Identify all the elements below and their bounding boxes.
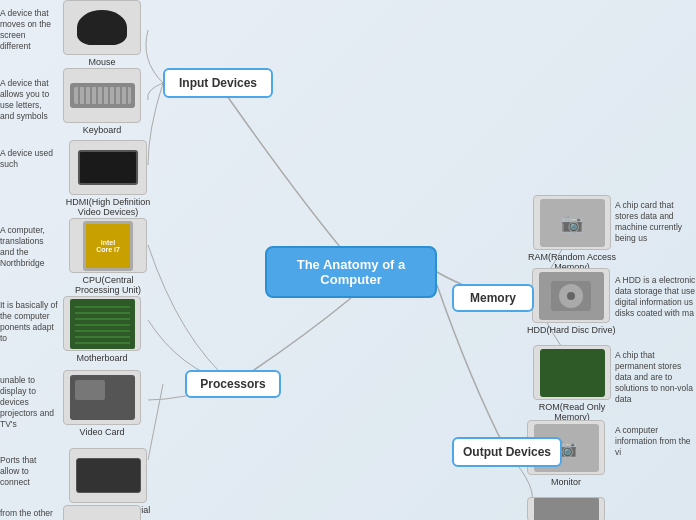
keyboard-card: Keyboard (63, 68, 141, 135)
mouse-label: Mouse (88, 57, 115, 67)
bottom-item-image (63, 505, 141, 520)
motherboard-card: Motherboard (63, 296, 141, 363)
processors-label: Processors (200, 377, 265, 391)
usb-image (69, 448, 147, 503)
hdmi-label: HDMI(High Definition Video Devices) (63, 197, 153, 217)
hdmi-image (69, 140, 147, 195)
ram-card: RAM(Random Access Memory) (527, 195, 617, 272)
branch-output-devices: Output Devices (452, 437, 562, 467)
videocard-card: Video Card (63, 370, 141, 437)
usb-desc: Ports that allow to connect (0, 455, 58, 488)
hdd-card: HDD(Hard Disc Drive) (527, 268, 616, 335)
psu-card: A power supply unit (527, 497, 605, 520)
branch-processors: Processors (185, 370, 281, 398)
monitor-label: Monitor (551, 477, 581, 487)
central-label: The Anatomy of a Computer (267, 257, 435, 287)
input-devices-label: Input Devices (179, 76, 257, 90)
mouse-image (63, 0, 141, 55)
svg-point-2 (567, 292, 575, 300)
motherboard-icon (70, 299, 135, 349)
cpu-icon: intelCore i7 (83, 221, 133, 271)
hdd-icon (539, 272, 604, 320)
usb-icon (76, 458, 141, 493)
videocard-image (63, 370, 141, 425)
ram-image (533, 195, 611, 250)
keyboard-image (63, 68, 141, 123)
monitor-desc: A computer information from the vi (615, 425, 696, 458)
hdmi-desc: A device used such (0, 148, 58, 170)
rom-image (533, 345, 611, 400)
cpu-desc: A computer, translations and the Northbr… (0, 225, 58, 269)
keyboard-label: Keyboard (83, 125, 122, 135)
videocard-label: Video Card (80, 427, 125, 437)
rom-desc: A chip that permanent stores data and ar… (615, 350, 696, 405)
videocard-desc: unable to display to devices projectors … (0, 375, 58, 430)
bottom-item-card (63, 505, 141, 520)
hdd-image (532, 268, 610, 323)
motherboard-label: Motherboard (76, 353, 127, 363)
ram-desc: A chip card that stores data and machine… (615, 200, 696, 244)
rom-card: ROM(Read Only Memory) (527, 345, 617, 422)
rom-icon (540, 349, 605, 397)
cpu-image: intelCore i7 (69, 218, 147, 273)
bottom-item-desc: from the other (0, 508, 58, 519)
cpu-card: intelCore i7 CPU(Central Processing Unit… (63, 218, 153, 295)
output-devices-label: Output Devices (463, 445, 551, 459)
videocard-icon (70, 375, 135, 420)
central-node: The Anatomy of a Computer (265, 246, 437, 298)
hdmi-card: HDMI(High Definition Video Devices) (63, 140, 153, 217)
mind-map: The Anatomy of a Computer Input Devices … (0, 0, 696, 520)
motherboard-image (63, 296, 141, 351)
mouse-card: Mouse (63, 0, 141, 67)
hdd-desc: A HDD is a electronic data storage that … (615, 275, 696, 319)
keyboard-desc: A device that allows you to use letters,… (0, 78, 58, 122)
mouse-desc: A device that moves on the screen differ… (0, 8, 58, 52)
hdmi-icon (78, 150, 138, 185)
rom-label: ROM(Read Only Memory) (527, 402, 617, 422)
cpu-label: CPU(Central Processing Unit) (63, 275, 153, 295)
mouse-icon (77, 10, 127, 45)
motherboard-desc: It is basically of the computer ponents … (0, 300, 58, 344)
psu-icon (534, 497, 599, 520)
hdd-svg (546, 276, 596, 316)
keyboard-icon (70, 83, 135, 108)
branch-input-devices: Input Devices (163, 68, 273, 98)
psu-image (527, 497, 605, 520)
branch-memory: Memory (452, 284, 534, 312)
memory-label: Memory (470, 291, 516, 305)
ram-icon (540, 199, 605, 247)
hdd-label: HDD(Hard Disc Drive) (527, 325, 616, 335)
